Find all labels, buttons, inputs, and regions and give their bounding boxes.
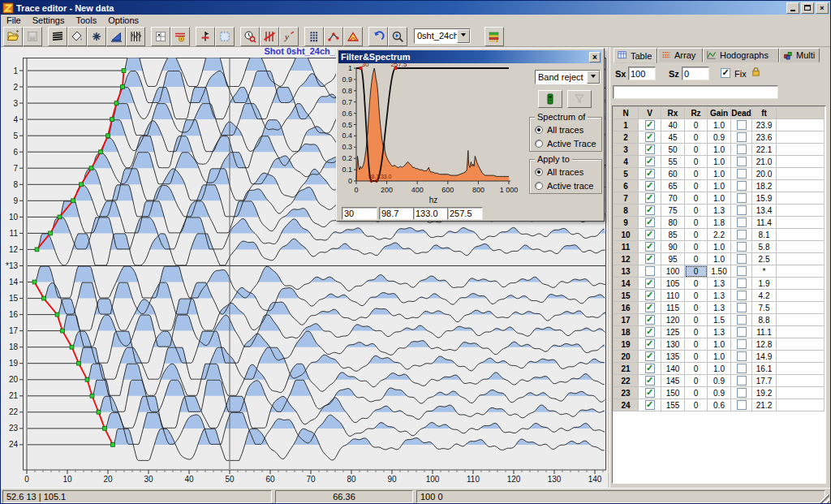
dead-checkbox[interactable] (737, 376, 747, 386)
gain-cell[interactable]: 1.3 (708, 278, 731, 290)
rx-cell[interactable]: 85 (661, 229, 685, 241)
column-header-v[interactable]: V (639, 107, 661, 119)
scatter-tool-button[interactable] (324, 27, 343, 46)
ft-cell[interactable]: 11.4 (752, 217, 777, 229)
row-number-cell[interactable]: 3 (614, 144, 639, 156)
dead-checkbox[interactable] (737, 230, 747, 239)
pick-marker[interactable] (99, 150, 103, 154)
filter-type-dropdown-icon[interactable] (587, 71, 600, 84)
visible-cell[interactable] (639, 326, 661, 338)
filter-type-select[interactable]: Band reject (535, 70, 601, 84)
gain-cell[interactable]: 1.0 (708, 338, 731, 351)
pick-marker[interactable] (85, 377, 89, 381)
rx-cell[interactable]: 70 (661, 192, 685, 205)
rz-cell[interactable]: 0 (685, 241, 708, 253)
dead-checkbox[interactable] (737, 303, 747, 312)
column-header-rx[interactable]: Rx (661, 107, 685, 119)
rz-cell[interactable]: 0 (685, 156, 708, 168)
ft-cell[interactable]: 21.0 (752, 156, 777, 168)
dead-checkbox[interactable] (737, 242, 747, 252)
visible-checkbox[interactable] (645, 144, 655, 154)
rz-cell[interactable]: 0 (685, 205, 708, 217)
gain-cell[interactable]: 1.0 (708, 192, 731, 205)
rz-cell[interactable]: 0 (685, 375, 708, 387)
visible-checkbox[interactable] (645, 181, 655, 191)
dead-checkbox[interactable] (737, 144, 747, 154)
ft-cell[interactable]: 12.8 (752, 338, 777, 351)
pick-marker[interactable] (114, 101, 118, 106)
rx-cell[interactable]: 50 (661, 144, 685, 156)
tab-multi[interactable]: Multi (779, 48, 820, 62)
filter-notch-marker-high[interactable] (375, 179, 378, 183)
visible-cell[interactable] (639, 205, 661, 217)
gain-cell[interactable]: 1.0 (708, 180, 731, 192)
dead-cell[interactable] (731, 229, 752, 241)
column-header-gain[interactable]: Gain (708, 107, 731, 119)
minimize-button[interactable] (786, 2, 799, 14)
pick-edit-button[interactable] (170, 27, 190, 46)
rx-cell[interactable]: 115 (661, 302, 685, 314)
rz-cell[interactable]: 0 (685, 302, 708, 314)
gain-cell[interactable]: 1.0 (708, 119, 731, 131)
visible-checkbox[interactable] (645, 132, 655, 142)
rx-cell[interactable]: 155 (661, 399, 685, 411)
velocity-tool-button[interactable] (106, 27, 126, 46)
rz-cell[interactable]: 0 (685, 253, 708, 265)
title-bar[interactable]: Trace editor - New data × (1, 1, 830, 15)
gain-cell[interactable]: 1.3 (708, 205, 731, 217)
time-zoom-button[interactable] (240, 27, 260, 46)
pick-marker[interactable] (35, 248, 39, 252)
row-number-cell[interactable]: 6 (614, 180, 639, 192)
gain-cell[interactable]: 0.6 (708, 399, 731, 411)
freq3-input[interactable] (413, 207, 449, 220)
dead-checkbox[interactable] (737, 254, 747, 264)
rx-cell[interactable]: 65 (661, 180, 685, 192)
gain-cell[interactable]: 1.0 (708, 168, 731, 180)
visible-cell[interactable] (639, 290, 661, 302)
dead-checkbox[interactable] (737, 364, 747, 373)
gain-cell[interactable]: 1.5 (708, 314, 731, 326)
ft-cell[interactable]: 14.9 (752, 351, 777, 363)
ft-cell[interactable]: 8.1 (752, 229, 777, 241)
rx-cell[interactable]: 150 (661, 387, 685, 399)
rx-cell[interactable]: 125 (661, 326, 685, 338)
trace-display-button[interactable] (48, 27, 67, 46)
row-number-cell[interactable]: 19 (614, 338, 639, 351)
dead-checkbox[interactable] (737, 218, 747, 227)
row-number-cell[interactable]: 7 (614, 192, 639, 205)
pick-marker[interactable] (111, 443, 115, 447)
visible-cell[interactable] (639, 314, 661, 326)
visible-cell[interactable] (639, 387, 661, 399)
resize-grip[interactable] (820, 494, 829, 504)
polyline-edit-button[interactable]: y (279, 27, 299, 46)
rz-cell[interactable]: 0 (685, 144, 708, 156)
amplitude-tool-button[interactable] (343, 27, 363, 46)
row-number-cell[interactable]: 13 (614, 265, 639, 278)
gain-cell[interactable]: 1.0 (708, 144, 731, 156)
close-button[interactable]: × (816, 2, 829, 14)
rx-cell[interactable]: 100 (661, 265, 685, 278)
rx-cell[interactable]: 75 (661, 205, 685, 217)
rz-cell[interactable]: 0 (685, 168, 708, 180)
row-number-cell[interactable]: 8 (614, 205, 639, 217)
row-number-cell[interactable]: 20 (614, 351, 639, 363)
dead-checkbox[interactable] (737, 132, 747, 142)
filter-notch-marker-low[interactable] (370, 179, 373, 183)
gain-cell[interactable]: 1.0 (708, 351, 731, 363)
dead-checkbox[interactable] (737, 205, 747, 215)
menu-item-settings[interactable]: Settings (27, 15, 71, 25)
gain-cell[interactable]: 1.0 (708, 156, 731, 168)
sz-input[interactable] (682, 67, 709, 80)
dead-cell[interactable] (731, 156, 752, 168)
freq1-input[interactable] (342, 207, 377, 220)
visible-checkbox[interactable] (645, 120, 655, 130)
apply-to-active-trace-radio[interactable] (535, 182, 543, 190)
compute-spectrum-button[interactable] (538, 90, 562, 108)
tab-hodographs[interactable]: Hodographs (703, 48, 779, 62)
dead-checkbox[interactable] (737, 266, 747, 276)
visible-cell[interactable] (639, 192, 661, 205)
maximize-button[interactable] (801, 2, 814, 14)
dead-checkbox[interactable] (737, 291, 747, 300)
dead-cell[interactable] (731, 241, 752, 253)
row-number-cell[interactable]: 4 (614, 156, 639, 168)
